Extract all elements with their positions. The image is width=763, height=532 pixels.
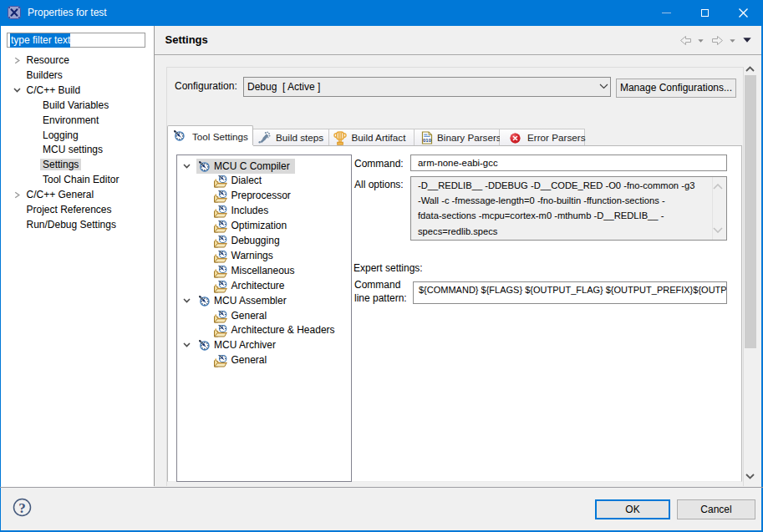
svg-text:010: 010: [423, 138, 432, 143]
svg-text:?: ?: [18, 500, 26, 516]
